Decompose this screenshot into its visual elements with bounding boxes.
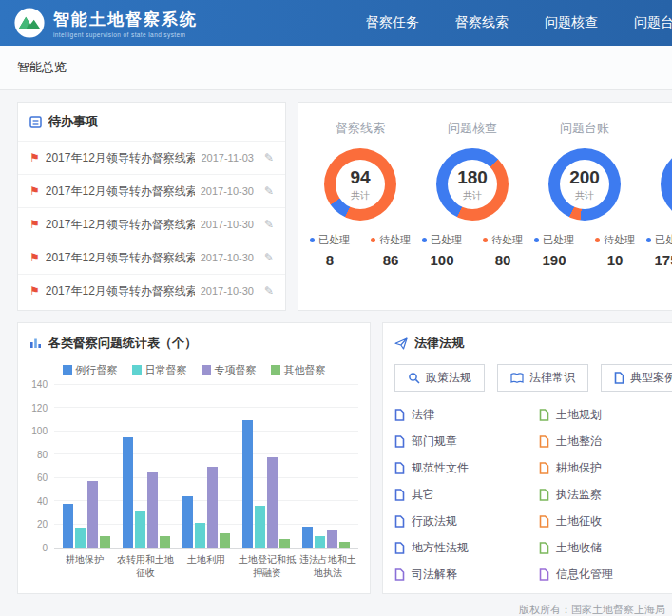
bar bbox=[100, 536, 110, 548]
bar bbox=[207, 467, 218, 549]
app-title: 智能土地督察系统 bbox=[53, 9, 198, 30]
law-item[interactable]: 部门规章 bbox=[394, 428, 539, 454]
stat-chart: 督察线索94共计已处理8待处理86 bbox=[304, 110, 416, 310]
bar bbox=[267, 457, 278, 548]
law-tab-2[interactable]: 法律常识 bbox=[497, 364, 588, 392]
stat-total-label: 共计 bbox=[463, 189, 482, 202]
law-item[interactable]: 行政法规 bbox=[394, 508, 539, 534]
law-item-label: 司法解释 bbox=[412, 567, 457, 583]
y-tick-label: 120 bbox=[31, 403, 48, 414]
processed-dot bbox=[534, 238, 539, 242]
top-nav: 督察任务督察线索问题核查问题台账 bbox=[366, 14, 672, 31]
mountain-logo-icon bbox=[13, 7, 46, 39]
main-content: 待办事项 ⚑2017年12月领导转办督察线索2017-11-03✎⚑2017年1… bbox=[0, 90, 672, 616]
flag-icon: ⚑ bbox=[29, 218, 40, 231]
pending-value: 86 bbox=[371, 252, 411, 268]
todo-item[interactable]: ⚑2017年12月领导转办督察线索2017-10-30✎ bbox=[18, 207, 285, 241]
app-logo: 智能土地督察系统 intelligent supervision of stat… bbox=[13, 7, 198, 39]
todo-text: 2017年12月领导转办督察线索 bbox=[46, 217, 195, 233]
law-item[interactable]: 规范性文件 bbox=[394, 454, 539, 481]
law-item-label: 信息化管理 bbox=[556, 567, 613, 583]
x-axis-labels: 耕地保护农转用和土地征收土地利用土地登记和抵押融资违法占地和土地执法 bbox=[54, 553, 358, 579]
y-tick-label: 100 bbox=[31, 426, 48, 436]
y-tick-label: 0 bbox=[42, 543, 48, 553]
law-grid: 法律部门规章规范性文件其它行政法规地方性法规司法解释土地规划土地整治耕地保护执法… bbox=[394, 401, 672, 587]
law-item-label: 土地收储 bbox=[556, 540, 602, 556]
book-icon bbox=[394, 568, 405, 581]
law-item[interactable]: 耕地保护 bbox=[539, 454, 672, 481]
processed-value: 175 bbox=[646, 252, 672, 268]
bar-chart-icon bbox=[29, 337, 42, 349]
todo-date: 2017-10-30 bbox=[201, 185, 254, 197]
nav-item-4[interactable]: 问题台账 bbox=[634, 14, 672, 31]
law-item[interactable]: 土地征收 bbox=[539, 508, 672, 534]
stat-chart: 问题核查180共计已处理100待处理80 bbox=[416, 110, 528, 310]
flag-icon: ⚑ bbox=[29, 151, 40, 164]
stat-chart: 问题台账200共计已处理190待处理10 bbox=[528, 110, 641, 310]
nav-item-1[interactable]: 督察任务 bbox=[366, 14, 419, 31]
edit-icon[interactable]: ✎ bbox=[264, 151, 274, 164]
bar-group bbox=[123, 385, 170, 548]
law-tab-label: 典型案例 bbox=[630, 370, 672, 386]
stats-panel: 督察线索94共计已处理8待处理86问题核查180共计已处理100待处理80问题台… bbox=[298, 102, 672, 311]
law-item-label: 执法监察 bbox=[556, 487, 602, 503]
nav-item-2[interactable]: 督察线索 bbox=[455, 14, 509, 31]
law-item[interactable]: 土地收储 bbox=[539, 534, 672, 561]
book-icon bbox=[394, 489, 405, 501]
flag-icon: ⚑ bbox=[29, 251, 40, 264]
book-icon bbox=[539, 435, 549, 448]
law-item[interactable]: 司法解释 bbox=[394, 561, 539, 587]
law-item-label: 法律 bbox=[412, 407, 434, 423]
todo-text: 2017年12月领导转办督察线索 bbox=[46, 283, 195, 299]
law-item[interactable]: 土地规划 bbox=[539, 401, 672, 428]
laws-panel-title: 法律法规 bbox=[414, 335, 464, 352]
processed-dot bbox=[422, 238, 427, 242]
bar bbox=[327, 530, 337, 548]
law-tab-1[interactable]: 政策法规 bbox=[394, 364, 485, 392]
legend-item: 其他督察 bbox=[271, 363, 326, 377]
bar bbox=[147, 472, 158, 548]
bar bbox=[195, 523, 205, 548]
law-item[interactable]: 信息化管理 bbox=[539, 561, 672, 587]
nav-item-3[interactable]: 问题核查 bbox=[545, 14, 598, 31]
legend-item: 专项督察 bbox=[202, 363, 257, 377]
book-icon bbox=[510, 373, 524, 384]
page-title: 智能总览 bbox=[17, 60, 67, 74]
todo-item[interactable]: ⚑2017年12月领导转办督察线索2017-10-30✎ bbox=[18, 174, 285, 207]
todo-item[interactable]: ⚑2017年12月领导转办督察线索2017-10-30✎ bbox=[18, 274, 285, 307]
law-item-label: 土地整治 bbox=[556, 433, 602, 450]
app-header: 智能土地督察系统 intelligent supervision of stat… bbox=[0, 0, 672, 46]
pending-value: 80 bbox=[483, 252, 523, 268]
edit-icon[interactable]: ✎ bbox=[264, 251, 274, 264]
stat-total: 94 bbox=[350, 167, 370, 188]
plot-area bbox=[54, 385, 358, 549]
law-tab-3[interactable]: 典型案例 bbox=[601, 364, 672, 392]
law-item[interactable]: 法律 bbox=[394, 401, 539, 428]
pending-dot bbox=[371, 238, 375, 242]
law-item[interactable]: 土地整治 bbox=[539, 428, 672, 454]
stat-total-label: 共计 bbox=[575, 189, 594, 202]
legend-swatch bbox=[202, 365, 211, 375]
todo-date: 2017-10-30 bbox=[201, 219, 254, 230]
law-item[interactable]: 执法监察 bbox=[539, 481, 672, 508]
legend-swatch bbox=[271, 365, 280, 375]
book-icon bbox=[614, 372, 624, 384]
y-axis: 020406080100120140 bbox=[29, 385, 54, 549]
bar-chart: 020406080100120140 bbox=[29, 385, 358, 549]
flag-icon: ⚑ bbox=[29, 284, 40, 298]
stat-total: 180 bbox=[457, 167, 488, 188]
edit-icon[interactable]: ✎ bbox=[264, 284, 274, 298]
x-tick-label: 耕地保护 bbox=[55, 553, 114, 579]
bar bbox=[315, 536, 325, 548]
todo-text: 2017年12月领导转办督察线索 bbox=[46, 183, 195, 200]
pending-legend: 待处理80 bbox=[483, 233, 523, 268]
edit-icon[interactable]: ✎ bbox=[264, 184, 274, 198]
law-item[interactable]: 其它 bbox=[394, 481, 539, 508]
todo-item[interactable]: ⚑2017年12月领导转办督察线索2017-10-30✎ bbox=[18, 241, 285, 274]
edit-icon[interactable]: ✎ bbox=[264, 218, 274, 231]
stat-title: 问题台账 bbox=[528, 120, 641, 137]
copyright-text: 版权所有：国家土地督察上海局 bbox=[17, 594, 665, 616]
law-item[interactable]: 地方性法规 bbox=[394, 534, 539, 561]
book-icon bbox=[539, 542, 549, 554]
todo-item[interactable]: ⚑2017年12月领导转办督察线索2017-11-03✎ bbox=[18, 141, 285, 174]
